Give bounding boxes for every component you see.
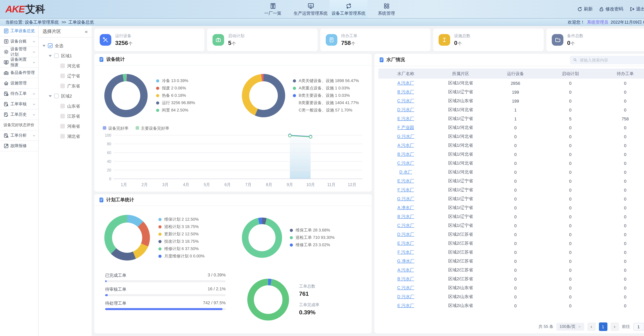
- sidebar-item[interactable]: 工单设备总览: [0, 26, 38, 36]
- collapse-panel-button[interactable]: «: [85, 29, 88, 35]
- progress-value: 742 / 97.5%: [203, 300, 226, 306]
- tree-node-province[interactable]: 广东省: [40, 81, 90, 91]
- plant-name-link[interactable]: C 污水厂: [397, 161, 414, 165]
- page-size-select[interactable]: 100条/页: [556, 323, 584, 330]
- tree-node-province[interactable]: 湖北省: [40, 131, 90, 141]
- nav-tab[interactable]: 设备工单管理系统: [330, 0, 368, 18]
- plant-name-link[interactable]: C 污水厂: [397, 98, 414, 103]
- tree-node-province[interactable]: 河南省: [40, 121, 90, 131]
- checkbox-disabled[interactable]: [60, 134, 65, 138]
- current-user-link[interactable]: 系统管理员: [587, 19, 608, 25]
- topbar-action-button[interactable]: 退出登录: [630, 6, 644, 12]
- plant-name-link[interactable]: B 污水厂: [397, 214, 414, 219]
- legend-dot: [158, 218, 162, 221]
- checkbox-unchecked[interactable]: [54, 53, 59, 58]
- topbar-action-button[interactable]: 刷新: [577, 6, 593, 12]
- plant-name-link[interactable]: C 污水厂: [397, 223, 414, 228]
- sidebar-item[interactable]: 设备闲置报废: [0, 57, 38, 68]
- nav-tab[interactable]: 一厂一策: [254, 0, 292, 18]
- checkbox-disabled[interactable]: [60, 114, 65, 118]
- started-plans-cell: 0: [543, 87, 598, 96]
- plant-name-link[interactable]: A 污水厂: [398, 143, 414, 147]
- checkbox-disabled[interactable]: [60, 64, 65, 68]
- nav-tab[interactable]: 系统管理: [368, 0, 405, 18]
- current-page-button[interactable]: 1: [599, 322, 607, 331]
- sidebar-item[interactable]: 设备完好状态评价: [0, 120, 38, 130]
- legend-text: A类关键设备、设施 1898 56.47%: [299, 78, 359, 84]
- goto-page-input[interactable]: [633, 323, 644, 330]
- plant-name-link[interactable]: E 污水厂: [397, 241, 414, 245]
- plant-name-link[interactable]: F 污水厂: [398, 250, 414, 254]
- plant-name-link[interactable]: E 污水厂: [397, 179, 414, 183]
- table-column-header[interactable]: 待办工单: [598, 69, 644, 79]
- plant-name-link[interactable]: A 净水厂: [398, 205, 414, 210]
- topbar-action-button[interactable]: 修改密码: [599, 6, 623, 12]
- tree-node-province[interactable]: 辽宁省: [40, 71, 90, 81]
- todo-orders-cell: 0: [598, 87, 644, 96]
- plant-name-link[interactable]: D 污水厂: [397, 107, 414, 112]
- table-column-header[interactable]: 运行设备: [488, 69, 543, 79]
- plant-name-link[interactable]: F 产业园: [398, 125, 414, 130]
- plant-name-link[interactable]: B 污水厂: [397, 152, 414, 156]
- plant-region-cell: 区域2/山东省: [433, 301, 488, 310]
- chevron-down-icon: [31, 102, 37, 106]
- table-column-header[interactable]: 所属片区: [433, 69, 488, 79]
- plant-name-link[interactable]: D 水厂: [400, 170, 412, 174]
- plant-name-link[interactable]: B 污水厂: [397, 89, 414, 94]
- checkbox-unchecked[interactable]: [54, 94, 59, 98]
- sidebar-item[interactable]: 待办工单: [0, 89, 38, 99]
- plant-name-link[interactable]: D 污水厂: [397, 232, 414, 237]
- started-plans-cell: 5: [543, 114, 598, 123]
- tree-node-province[interactable]: 河北省: [40, 61, 90, 71]
- checkbox-disabled[interactable]: [60, 104, 65, 108]
- plant-name-link[interactable]: B 污水厂: [397, 276, 414, 281]
- tree-node-province[interactable]: 江苏省: [40, 111, 90, 121]
- plants-title: 水厂情况: [386, 57, 405, 63]
- nav-tab[interactable]: 生产运营管理系统: [292, 0, 330, 18]
- started-plans-cell: 0: [543, 266, 598, 274]
- next-page-button[interactable]: ›: [610, 322, 619, 331]
- donut-chart: [247, 279, 289, 320]
- legend-dot: [158, 255, 162, 258]
- sidebar-item[interactable]: 设施管理: [0, 78, 38, 89]
- prev-page-button[interactable]: ‹: [587, 322, 596, 331]
- sidebar-item[interactable]: 设备管理计划: [0, 47, 38, 57]
- sidebar-item[interactable]: 备品备件管理: [0, 68, 38, 78]
- tree-node-select-all[interactable]: 全选: [40, 41, 90, 51]
- sidebar-item[interactable]: 工单审核: [0, 99, 38, 110]
- sidebar-item[interactable]: 故障报修: [0, 141, 38, 151]
- plant-name-link[interactable]: G 污水厂: [397, 196, 414, 201]
- monitor-chart-icon: [307, 2, 314, 10]
- plant-name-link[interactable]: C 污水厂: [397, 285, 414, 290]
- sidebar-item[interactable]: 工单历史: [0, 110, 38, 120]
- checkbox-disabled[interactable]: [60, 84, 65, 88]
- checkbox-checked[interactable]: [48, 43, 52, 48]
- legend-item: 维保工单 28 3.68%: [290, 227, 334, 234]
- table-column-header[interactable]: 水厂名称: [378, 69, 433, 79]
- plant-name-link[interactable]: A 污水厂: [398, 267, 414, 272]
- sidebar-item[interactable]: 工单分析: [0, 130, 38, 141]
- table-column-header[interactable]: 启动计划: [543, 69, 598, 79]
- sidebar-item[interactable]: 设备台账: [0, 36, 38, 47]
- plant-name-link[interactable]: E 污水厂: [397, 303, 414, 308]
- plant-name-link[interactable]: G 污水厂: [397, 134, 414, 138]
- search-input[interactable]: [579, 57, 644, 63]
- svg-text:20: 20: [107, 168, 111, 172]
- plant-name-link[interactable]: E 污水厂: [397, 116, 414, 121]
- chevron-down-icon: [31, 113, 37, 116]
- checkbox-disabled[interactable]: [60, 74, 65, 78]
- started-plans-cell: 0: [543, 150, 598, 159]
- line-legend-item[interactable]: 设备完好率: [103, 126, 128, 131]
- plant-name-link[interactable]: A 污水厂: [398, 81, 414, 85]
- table-row: A 净水厂 区域1/辽宁省 0 0 0: [378, 203, 644, 212]
- plant-name-link[interactable]: F 污水厂: [398, 187, 414, 192]
- checkbox-disabled[interactable]: [60, 124, 65, 128]
- tree-panel-title: 选择片区: [42, 28, 61, 35]
- tree-node-region[interactable]: 区域1: [40, 51, 90, 61]
- plant-name-link[interactable]: D 污水厂: [397, 294, 414, 299]
- plant-name-link[interactable]: G 净水厂: [397, 259, 414, 263]
- tree-node-region[interactable]: 区域2: [40, 91, 90, 101]
- svg-text:7月: 7月: [245, 182, 252, 187]
- line-legend-item[interactable]: 主要设备完好率: [136, 126, 169, 131]
- tree-node-province[interactable]: 山东省: [40, 101, 90, 111]
